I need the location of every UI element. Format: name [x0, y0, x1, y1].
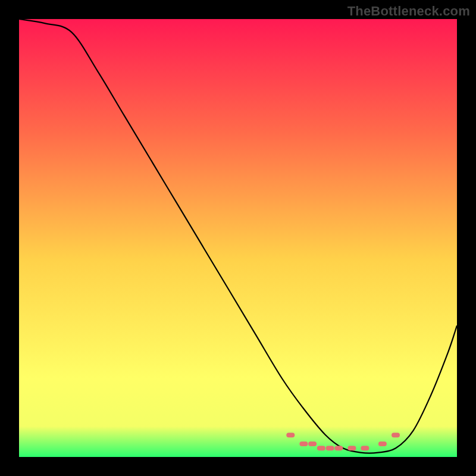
highlight-dot: [378, 441, 387, 446]
highlight-dot: [347, 446, 356, 450]
highlight-dot: [299, 441, 308, 446]
highlight-dot: [392, 433, 400, 437]
chart-frame: TheBottleneck.com: [0, 0, 476, 476]
chart-svg: [0, 0, 476, 476]
highlight-dot: [361, 446, 369, 450]
highlight-dot: [317, 446, 325, 450]
highlight-dot: [308, 441, 317, 446]
plot-background: [19, 19, 457, 457]
watermark-text: TheBottleneck.com: [347, 4, 470, 19]
highlight-dot: [334, 446, 343, 450]
highlight-dot: [326, 446, 334, 450]
highlight-dot: [286, 433, 295, 437]
